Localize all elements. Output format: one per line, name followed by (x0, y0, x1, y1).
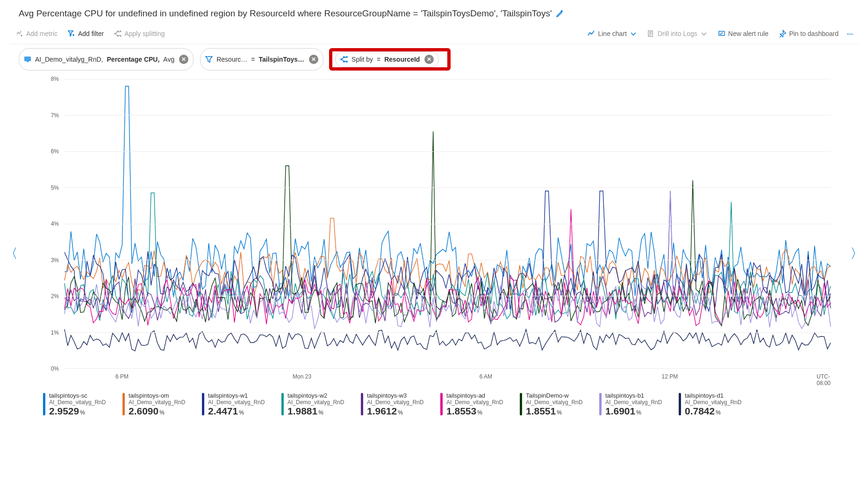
legend-color (122, 393, 125, 415)
legend-series-unit: % (716, 409, 721, 416)
split-pill-highlight: Split by = ResourceId ✕ (329, 48, 451, 71)
split-icon (340, 56, 348, 63)
y-tick: 3% (51, 257, 59, 264)
split-icon (114, 30, 122, 37)
legend-series-value: 2.4471 (208, 406, 238, 416)
split-pill[interactable]: Split by = ResourceId ✕ (335, 51, 439, 67)
prev-chart-button[interactable]: 〈 (3, 243, 20, 264)
legend-series-sub: AI_Demo_vitalyg_RnD (49, 399, 106, 406)
legend-color (440, 393, 443, 415)
legend-series-name: tailspintoys-w3 (367, 392, 423, 399)
legend-series-value: 2.6090 (129, 406, 158, 416)
drill-logs-button[interactable]: Drill into Logs (643, 28, 712, 39)
y-tick: 4% (51, 221, 59, 227)
legend-series-unit: % (318, 409, 323, 416)
x-tick: 12 PM (661, 373, 678, 380)
legend-series-value: 1.8551 (526, 406, 556, 416)
legend: tailspintoys-scAI_Demo_vitalyg_RnD2.9529… (43, 392, 831, 417)
legend-series-unit: % (636, 409, 641, 416)
legend-item[interactable]: tailspintoys-scAI_Demo_vitalyg_RnD2.9529… (43, 392, 113, 417)
legend-color (361, 393, 363, 415)
svg-point-9 (341, 59, 342, 60)
remove-pill-icon[interactable]: ✕ (179, 55, 188, 64)
legend-series-name: tailspintoys-sc (49, 392, 106, 399)
pill-row: AI_Demo_vitalyg_RnD, Percentage CPU, Avg… (19, 48, 859, 71)
apply-splitting-button[interactable]: Apply splitting (109, 28, 169, 39)
legend-item[interactable]: tailspintoys-w3AI_Demo_vitalyg_RnD1.9612… (361, 392, 431, 417)
legend-series-sub: AI_Demo_vitalyg_RnD (446, 399, 503, 406)
legend-series-name: tailspintoys-w1 (208, 392, 265, 399)
legend-series-value: 2.9529 (49, 406, 79, 416)
edit-icon[interactable] (556, 9, 564, 18)
legend-item[interactable]: tailspintoys-omAI_Demo_vitalyg_RnD2.6090… (122, 392, 193, 417)
filter-plus-icon (68, 30, 75, 37)
svg-point-0 (115, 33, 115, 34)
chevron-down-icon (630, 30, 637, 37)
x-tick: Mon 23 (293, 373, 311, 380)
pin-icon (779, 30, 786, 37)
legend-series-sub: AI_Demo_vitalyg_RnD (605, 399, 662, 406)
legend-color (679, 393, 681, 415)
add-metric-button[interactable]: Add metric (11, 28, 62, 39)
svg-point-12 (346, 57, 347, 57)
legend-series-sub: AI_Demo_vitalyg_RnD (685, 399, 741, 406)
legend-series-unit: % (80, 409, 85, 416)
svg-rect-8 (27, 61, 29, 62)
svg-rect-7 (24, 57, 31, 61)
chart-title-row: Avg Percentage CPU for undefined in unde… (19, 8, 859, 19)
x-tick: 6 PM (115, 373, 129, 380)
legend-series-value: 1.8553 (446, 406, 476, 416)
y-tick: 8% (51, 76, 59, 82)
x-tick: UTC-08:00 (817, 373, 831, 386)
legend-series-value: 1.9881 (287, 406, 317, 416)
line-chart-icon (588, 30, 595, 37)
alert-icon (718, 30, 725, 37)
remove-pill-icon[interactable]: ✕ (424, 55, 434, 64)
legend-series-sub: AI_Demo_vitalyg_RnD (526, 399, 582, 406)
legend-color (599, 393, 602, 415)
svg-point-13 (346, 61, 347, 62)
new-alert-button[interactable]: New alert rule (713, 28, 773, 39)
y-tick: 0% (51, 365, 59, 372)
legend-color (281, 393, 284, 415)
y-tick: 1% (51, 329, 59, 336)
legend-item[interactable]: tailspintoys-w2AI_Demo_vitalyg_RnD1.9881… (281, 392, 352, 417)
chart-type-button[interactable]: Line chart (583, 28, 641, 39)
chart-title: Avg Percentage CPU for undefined in unde… (19, 8, 552, 19)
filter-icon (205, 56, 213, 63)
legend-series-value: 1.9612 (367, 406, 397, 416)
remove-pill-icon[interactable]: ✕ (309, 55, 318, 64)
more-button[interactable]: ⋯ (844, 29, 857, 39)
y-tick: 2% (51, 293, 59, 300)
legend-item[interactable]: tailspintoys-d1AI_Demo_vitalyg_RnD0.7842… (679, 392, 749, 417)
legend-item[interactable]: tailspintoys-b1AI_Demo_vitalyg_RnD1.6901… (599, 392, 669, 417)
legend-series-value: 0.7842 (685, 406, 715, 416)
filter-pill[interactable]: Resourc… = TailspinToys… ✕ (200, 48, 323, 71)
x-axis: 6 PMMon 236 AM12 PMUTC-08:00 (65, 371, 831, 387)
add-filter-button[interactable]: Add filter (63, 28, 108, 39)
legend-series-unit: % (239, 409, 244, 416)
legend-series-unit: % (557, 409, 562, 416)
chevron-down-icon (700, 30, 708, 37)
y-tick: 5% (51, 185, 59, 191)
y-tick: 7% (51, 112, 59, 119)
legend-series-name: TailspinDemo-w (526, 392, 582, 399)
legend-series-sub: AI_Demo_vitalyg_RnD (208, 399, 265, 406)
legend-series-sub: AI_Demo_vitalyg_RnD (367, 399, 423, 406)
next-chart-button[interactable]: 〉 (848, 243, 865, 264)
legend-color (520, 393, 522, 415)
legend-item[interactable]: tailspintoys-w1AI_Demo_vitalyg_RnD2.4471… (202, 392, 272, 417)
toolbar: Add metric Add filter Apply splitting Li… (9, 25, 859, 44)
svg-point-3 (120, 31, 121, 32)
plot-area[interactable] (65, 79, 831, 369)
legend-item[interactable]: TailspinDemo-wAI_Demo_vitalyg_RnD1.8551% (520, 392, 590, 417)
legend-color (202, 393, 204, 415)
legend-series-sub: AI_Demo_vitalyg_RnD (287, 399, 344, 406)
legend-series-name: tailspintoys-om (129, 392, 185, 399)
legend-item[interactable]: tailspintoys-adAI_Demo_vitalyg_RnD1.8553… (440, 392, 510, 417)
legend-series-unit: % (159, 409, 165, 416)
sparkle-plus-icon (16, 30, 23, 37)
metric-pill[interactable]: AI_Demo_vitalyg_RnD, Percentage CPU, Avg… (19, 48, 194, 71)
svg-point-4 (120, 36, 121, 36)
pin-button[interactable]: Pin to dashboard (774, 28, 843, 39)
